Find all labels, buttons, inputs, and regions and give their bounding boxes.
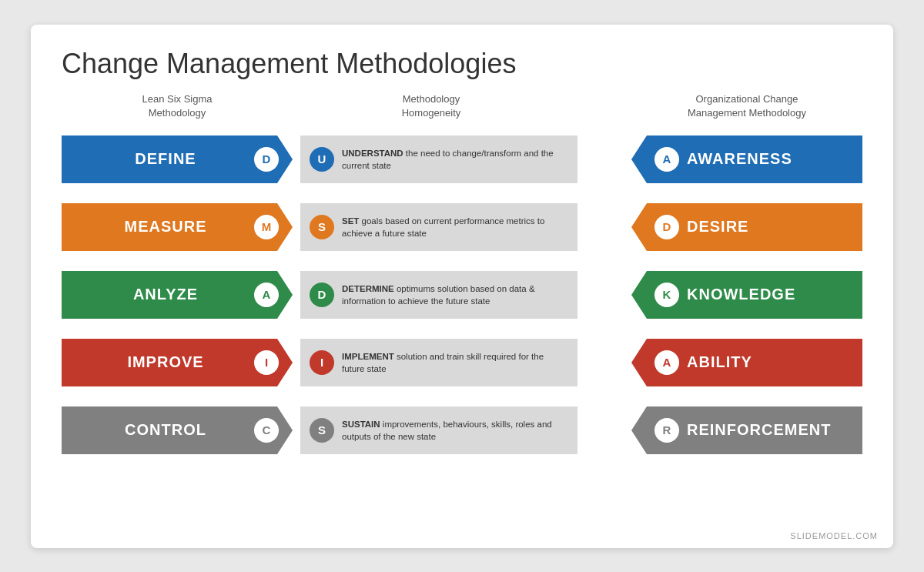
col-header-left: Lean Six SigmaMethodology <box>62 92 293 120</box>
left-badge-define: D <box>254 147 279 172</box>
right-arrow-improve: A ABILITY <box>631 339 862 386</box>
left-badge-anlyze: A <box>254 283 279 307</box>
mid-section-control: S SUSTAIN improvements, behaviours, skil… <box>300 406 578 454</box>
right-label-define: AWARENESS <box>687 150 792 168</box>
row-improve: IMPROVE I I IMPLEMENT solution and train… <box>62 331 862 394</box>
right-badge-define: A <box>654 147 679 172</box>
mid-section-anlyze: D DETERMINE optimums solution based on d… <box>300 271 578 319</box>
right-arrow-anlyze: K KNOWLEDGE <box>631 271 862 319</box>
left-arrow-define: DEFINE D <box>62 135 293 183</box>
mid-section-improve: I IMPLEMENT solution and train skill req… <box>300 339 578 386</box>
mid-circle-anlyze: D <box>310 283 334 307</box>
slide-title: Change Management Methodologies <box>62 48 862 80</box>
col-header-right: Organizational ChangeManagement Methodol… <box>631 92 862 120</box>
right-badge-control: R <box>654 418 679 443</box>
mid-text-anlyze: DETERMINE optimums solution based on dat… <box>342 283 568 307</box>
right-label-measure: DESIRE <box>687 218 748 236</box>
right-arrow-measure: D DESIRE <box>631 203 862 251</box>
mid-text-define: UNDERSTAND the need to change/transform … <box>342 147 568 172</box>
right-label-control: REINFORCEMENT <box>687 421 831 439</box>
right-label-improve: ABILITY <box>687 353 752 371</box>
left-arrow-anlyze: ANLYZE A <box>62 271 293 319</box>
mid-circle-measure: S <box>310 215 334 239</box>
mid-section-measure: S SET goals based on current performance… <box>300 203 578 251</box>
right-badge-improve: A <box>654 350 679 375</box>
right-arrow-define: A AWARENESS <box>631 135 862 183</box>
slide: Change Management Methodologies Lean Six… <box>31 25 893 548</box>
row-anlyze: ANLYZE A D DETERMINE optimums solution b… <box>62 263 862 326</box>
left-label-anlyze: ANLYZE <box>77 286 254 303</box>
mid-circle-control: S <box>310 418 334 443</box>
left-arrow-improve: IMPROVE I <box>62 339 293 386</box>
watermark: SLIDEMODEL.COM <box>790 531 878 540</box>
left-badge-control: C <box>254 418 279 443</box>
left-label-control: CONTROL <box>77 421 254 439</box>
right-badge-anlyze: K <box>654 283 679 307</box>
left-label-measure: MEASURE <box>77 218 254 236</box>
mid-text-measure: SET goals based on current performance m… <box>342 215 568 239</box>
left-badge-improve: I <box>254 350 279 375</box>
left-badge-measure: M <box>254 215 279 239</box>
mid-circle-define: U <box>310 147 334 172</box>
mid-section-define: U UNDERSTAND the need to change/transfor… <box>300 135 578 183</box>
row-control: CONTROL C S SUSTAIN improvements, behavi… <box>62 399 862 462</box>
columns-header: Lean Six SigmaMethodology MethodologyHom… <box>62 92 862 120</box>
row-define: DEFINE D U UNDERSTAND the need to change… <box>62 128 862 191</box>
right-badge-measure: D <box>654 215 679 239</box>
left-arrow-measure: MEASURE M <box>62 203 293 251</box>
right-arrow-control: R REINFORCEMENT <box>631 406 862 454</box>
rows-container: DEFINE D U UNDERSTAND the need to change… <box>62 128 862 462</box>
mid-text-improve: IMPLEMENT solution and train skill requi… <box>342 350 568 375</box>
mid-text-control: SUSTAIN improvements, behaviours, skills… <box>342 418 568 443</box>
mid-circle-improve: I <box>310 350 334 375</box>
left-arrow-control: CONTROL C <box>62 406 293 454</box>
col-header-mid: MethodologyHomogeneity <box>293 92 570 120</box>
left-label-define: DEFINE <box>77 150 254 168</box>
row-measure: MEASURE M S SET goals based on current p… <box>62 196 862 259</box>
left-label-improve: IMPROVE <box>77 353 254 371</box>
right-label-anlyze: KNOWLEDGE <box>687 286 795 303</box>
